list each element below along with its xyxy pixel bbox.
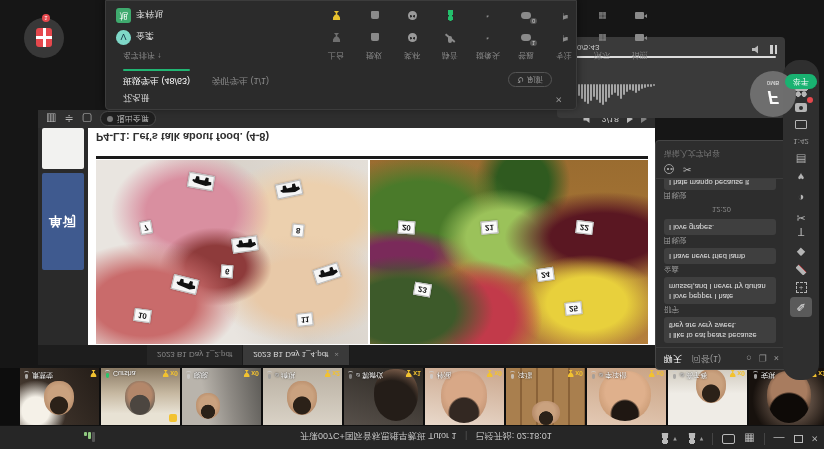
close-tab-icon[interactable]: × <box>334 351 339 360</box>
monitor-icon[interactable] <box>722 434 735 444</box>
mic-status-icon <box>22 371 30 379</box>
roster-member-row[interactable]: 旭 李梓旭 <box>106 5 576 25</box>
pop-out-icon[interactable]: ❏ <box>759 354 767 364</box>
mic-status-icon <box>508 371 516 379</box>
minimize-button[interactable]: — <box>774 434 785 445</box>
trophy-count: x1 <box>413 370 421 377</box>
frame-icon[interactable]: ▢ <box>82 114 92 125</box>
page-thumbnail-rail: 单词 <box>38 128 88 345</box>
chat-messages[interactable]: I like to eat pears because they are ver… <box>656 179 787 347</box>
number-tag: 7 <box>138 220 153 235</box>
camera-select-button[interactable]: ▾ <box>686 433 704 445</box>
tab-class-students[interactable]: 班级学生 (48/63) <box>123 69 190 87</box>
participant-video-tile[interactable]: ⌀ 晓晓 x0 <box>182 368 261 425</box>
member-action-icon[interactable] <box>507 31 545 44</box>
contrast-tool-icon[interactable]: ◑ <box>790 188 812 208</box>
pencil-tool-icon[interactable]: ✎ <box>790 297 812 317</box>
emoji-icon[interactable] <box>664 164 674 174</box>
cards-layers-icon[interactable]: ▤ <box>790 150 812 170</box>
member-action-icon[interactable] <box>583 9 621 22</box>
message-sender: 邵宇 <box>664 304 779 314</box>
participant-video-tile[interactable]: ⌀ 高子骞 x0 <box>668 368 747 425</box>
sort-icon[interactable]: ≑ <box>64 114 73 125</box>
scissors-tool-icon[interactable]: ✂ <box>790 208 812 228</box>
mic-select-button[interactable]: ▾ <box>659 433 677 445</box>
member-action-icon[interactable] <box>393 31 431 44</box>
gift-floating-button[interactable] <box>24 18 64 58</box>
chat-input-area[interactable]: ✂ 请输入文字内容 <box>656 141 787 179</box>
participant-name-label: ⌀ 康慧莹 <box>22 370 53 380</box>
member-action-icon[interactable] <box>431 9 469 22</box>
column-header-label: 奖杯 <box>393 50 431 61</box>
close-button[interactable]: × <box>812 434 818 445</box>
participant-video-tile[interactable]: ⌀ 李泽楷 x0 <box>587 368 666 425</box>
tab-chat[interactable]: 聊天 <box>664 352 682 365</box>
chat-message: 田晓骏 I hate mango because it makes me all… <box>664 179 779 200</box>
column-header-label: 演示 <box>583 50 621 61</box>
thumbnail-page-blue[interactable]: 单词 <box>42 173 84 270</box>
animal-silhouette-tag <box>231 235 259 253</box>
chat-message: 邵宇 I love pepper I hate mussel,and I nev… <box>664 278 779 314</box>
page-title: P4-L1: Let's talk about food. (4-8) <box>96 129 269 143</box>
member-action-icon[interactable] <box>355 9 393 22</box>
brush-tool-icon[interactable] <box>790 260 812 280</box>
member-action-icon[interactable] <box>621 31 659 44</box>
message-sender: 田晓骏 <box>664 190 779 200</box>
roster-member-row[interactable]: V 金柔 <box>106 27 576 47</box>
participant-video-tile[interactable]: ⌀ 泽瑞 x0 <box>506 368 585 425</box>
tab-qa[interactable]: 问答(1) <box>692 352 721 365</box>
file-tab-inactive[interactable]: 2023 B1 Day 1_2.pdf <box>147 345 243 365</box>
raise-hand-button[interactable]: 举手 <box>785 74 817 89</box>
refresh-circle-icon[interactable]: ○ <box>746 354 751 364</box>
participant-video-tile[interactable]: ⌀ 郭婧仪 x1 <box>344 368 423 425</box>
member-action-icon[interactable] <box>393 9 431 22</box>
scissors-icon[interactable]: ✂ <box>683 164 691 174</box>
trophy-count: x0 <box>251 370 259 377</box>
pause-button[interactable] <box>770 45 777 54</box>
member-action-icon[interactable] <box>431 31 469 44</box>
screenshare-icon[interactable] <box>790 115 812 135</box>
file-tab-active[interactable]: 2023 B1 Day 1_4.pdf × <box>243 345 350 365</box>
audio-controls <box>752 45 777 54</box>
volume-icon[interactable] <box>752 45 762 54</box>
number-tag: 8 <box>291 224 305 238</box>
class-timer: 已经开始: 02:18:01 <box>476 431 552 441</box>
refresh-icon: ↻ <box>517 75 524 84</box>
participant-name: 李泽楷 <box>605 370 626 380</box>
member-action-icon[interactable] <box>545 31 583 44</box>
toggle-dot <box>107 116 113 122</box>
tab-auditors[interactable]: 旁听学生 (1/1) <box>212 69 269 87</box>
participant-name: 高子骞 <box>686 370 707 380</box>
sticker-heart-icon[interactable]: ♥ <box>790 167 812 187</box>
member-action-icon[interactable] <box>545 9 583 22</box>
member-action-icon[interactable] <box>317 9 355 22</box>
refresh-button[interactable]: ↻ 刷新 <box>508 72 552 87</box>
chat-input-placeholder[interactable]: 请输入文字内容 <box>664 148 779 159</box>
member-action-icon[interactable] <box>507 9 545 22</box>
message-bubble: I love grapes. <box>664 219 776 235</box>
participant-video-tile[interactable]: ⌀ Cursha x0 <box>101 368 180 425</box>
layout-grid-icon[interactable]: ▦ <box>744 434 754 445</box>
participant-video-tile[interactable]: ⌀ 梓涵 x0 <box>425 368 504 425</box>
roster-close-icon[interactable]: × <box>556 94 562 106</box>
chevron-down-icon: ▾ <box>700 435 704 443</box>
participant-video-tile[interactable]: ⌀ 绮琪 x2 <box>263 368 342 425</box>
participant-video-tile[interactable]: ⌀ 康慧莹 <box>20 368 99 425</box>
video-strip: ⌀ 康慧莹 ⌀ Cursha x0 <box>0 368 824 425</box>
participant-video <box>44 381 74 415</box>
maximize-button[interactable] <box>794 435 803 443</box>
member-action-icon[interactable] <box>317 31 355 44</box>
layout-split-icon[interactable]: ▥ <box>46 114 56 125</box>
member-action-icon[interactable] <box>469 9 507 22</box>
select-area-icon[interactable]: + <box>790 278 812 298</box>
member-action-icon[interactable] <box>621 9 659 22</box>
member-action-icon[interactable] <box>583 31 621 44</box>
thumbnail-page-white[interactable] <box>42 128 84 169</box>
chat-close-icon[interactable]: × <box>774 354 779 364</box>
countdown-timer[interactable]: 1:42 <box>783 137 819 146</box>
member-action-icon[interactable] <box>355 31 393 44</box>
member-action-icon[interactable] <box>469 31 507 44</box>
shapes-tool-icon[interactable]: ◆ <box>790 243 812 263</box>
exit-fullscreen-toggle[interactable]: 退出全屏 <box>100 112 156 127</box>
divider-rule <box>96 156 648 159</box>
